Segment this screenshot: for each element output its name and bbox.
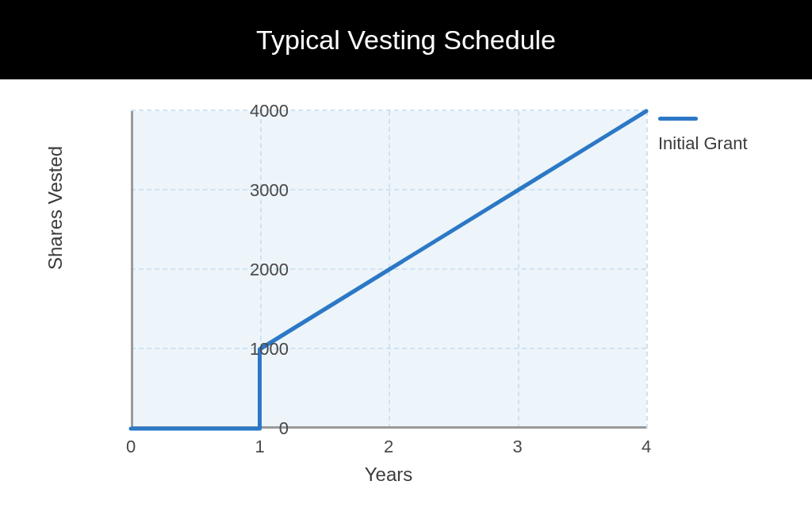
y-tick: 4000 — [241, 101, 289, 121]
header: Typical Vesting Schedule — [0, 0, 812, 79]
chart-container: Shares Vested 0 1 2 3 4 0 1000 2000 3000… — [0, 79, 812, 508]
x-tick: 3 — [502, 437, 534, 457]
plot-area: 0 1 2 3 4 — [131, 111, 646, 429]
y-tick: 1000 — [241, 339, 289, 360]
y-axis-label: Shares Vested — [44, 146, 67, 270]
x-tick: 1 — [244, 437, 276, 457]
gridline-v — [646, 111, 648, 429]
legend-label: Initial Grant — [658, 133, 748, 154]
y-tick: 3000 — [241, 180, 289, 201]
x-tick: 0 — [115, 437, 147, 457]
page-title: Typical Vesting Schedule — [256, 25, 556, 56]
x-tick: 2 — [373, 437, 404, 457]
y-tick: 0 — [241, 418, 289, 439]
x-axis-label: Years — [131, 464, 646, 486]
y-tick: 2000 — [241, 260, 289, 280]
x-tick: 4 — [630, 437, 662, 457]
legend: Initial Grant — [658, 111, 748, 154]
legend-swatch-icon — [658, 117, 698, 121]
series-line — [131, 111, 646, 429]
